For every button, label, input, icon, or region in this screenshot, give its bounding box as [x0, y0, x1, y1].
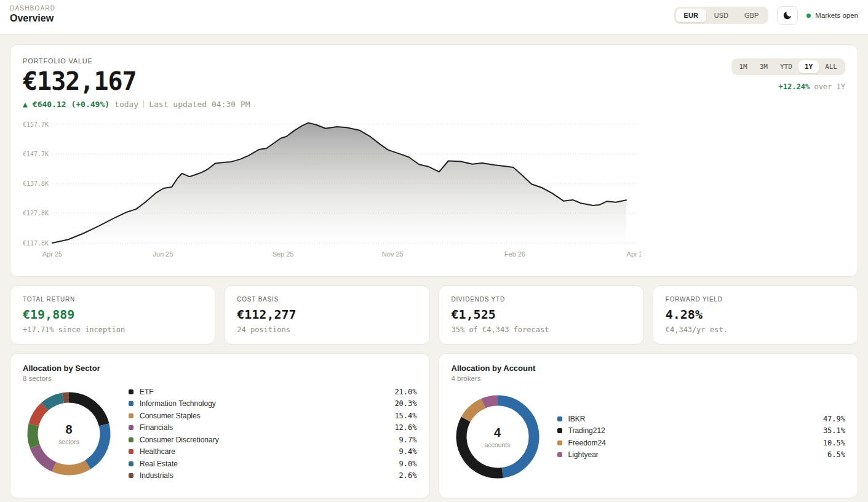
portfolio-value-label: PORTFOLIO VALUE [23, 57, 845, 65]
range-option-ytd[interactable]: YTD [774, 60, 798, 73]
header-controls: EURUSDGBP Markets open [674, 6, 858, 25]
x-axis-tick-label: Apr 25 [42, 250, 62, 258]
legend-value: 35.1% [823, 426, 845, 435]
account-donut-chart[interactable]: 4 accounts [452, 391, 544, 483]
stat-subtext: +17.71% since inception [23, 325, 202, 334]
legend-label: Trading212 [568, 426, 823, 435]
sector-donut-svg[interactable] [23, 388, 115, 480]
header-title-block: DASHBOARD Overview [10, 5, 55, 24]
legend-value: 9.0% [399, 460, 417, 468]
legend-swatch-icon [129, 413, 133, 418]
sector-legend: ETF21.0%Information Technology20.3%Consu… [129, 386, 417, 482]
account-donut-svg[interactable] [452, 391, 544, 483]
legend-row: Lightyear6.5% [557, 449, 846, 461]
donut-segment[interactable] [69, 397, 104, 424]
portfolio-value-card: PORTFOLIO VALUE €132,167 ▲ €640.12 (+0.4… [10, 44, 858, 277]
divider [143, 100, 144, 108]
legend-swatch-icon [129, 437, 133, 442]
stat-subtext: 24 positions [237, 325, 416, 334]
legend-swatch-icon [557, 416, 562, 421]
legend-label: Industrials [140, 471, 399, 480]
legend-row: Financials12.6% [129, 422, 417, 434]
change-up-arrow-icon: ▲ [23, 100, 28, 109]
legend-label: Consumer Staples [140, 412, 394, 420]
donut-segment[interactable] [466, 404, 483, 420]
currency-option-eur[interactable]: EUR [676, 9, 706, 22]
legend-swatch-icon [129, 461, 133, 466]
portfolio-area-chart[interactable]: €157.7K€147.7K€137.8K€127.8K€117.8KApr 2… [23, 114, 845, 263]
account-card-body: 4 accounts IBKR47.9%Trading21235.1%Freed… [452, 391, 846, 483]
area-fill [52, 123, 626, 243]
donut-segment[interactable] [33, 424, 35, 446]
x-axis-tick-label: Nov 25 [382, 250, 404, 258]
currency-option-gbp[interactable]: GBP [736, 9, 766, 22]
stat-value: €1,525 [452, 307, 631, 322]
legend-value: 15.4% [394, 412, 416, 420]
legend-value: 20.3% [394, 399, 416, 408]
donut-segment[interactable] [498, 400, 534, 472]
x-axis-tick-label: Apr 26 [627, 250, 641, 258]
allocation-by-account-card: Allocation by Account 4 brokers 4 accoun… [439, 353, 859, 498]
currency-option-usd[interactable]: USD [706, 9, 736, 22]
sector-donut-chart[interactable]: 8 sectors [23, 388, 115, 480]
area-chart-svg[interactable]: €157.7K€147.7K€137.8K€127.8K€117.8KApr 2… [23, 114, 641, 260]
legend-swatch-icon [129, 425, 133, 430]
stat-card-total-return: TOTAL RETURN€19,889+17.71% since incepti… [10, 285, 215, 345]
range-option-3m[interactable]: 3M [754, 60, 774, 73]
legend-label: IBKR [568, 415, 823, 423]
legend-value: 2.6% [399, 471, 417, 480]
donut-segment[interactable] [35, 447, 54, 467]
theme-toggle-button[interactable] [777, 6, 798, 25]
portfolio-change-row: ▲ €640.12 (+0.49%) today Last updated 04… [23, 100, 845, 109]
legend-swatch-icon [129, 401, 133, 406]
sector-card-title: Allocation by Sector [23, 364, 417, 373]
stat-value: €112,277 [237, 307, 416, 322]
donut-segment[interactable] [63, 397, 69, 398]
performance-value: +12.24% [779, 82, 810, 91]
y-axis-tick-label: €137.8K [23, 180, 49, 187]
legend-row: IBKR47.9% [557, 413, 846, 425]
legend-row: Freedom2410.5% [557, 437, 846, 449]
stats-row: TOTAL RETURN€19,889+17.71% since incepti… [10, 285, 858, 345]
change-amount: €640.12 (+0.49%) [33, 100, 109, 109]
legend-row: Healthcare9.4% [129, 446, 417, 458]
legend-label: Lightyear [568, 450, 828, 459]
range-option-1m[interactable]: 1M [733, 60, 754, 73]
donut-segment[interactable] [34, 407, 45, 424]
stat-label: COST BASIS [237, 296, 416, 303]
legend-swatch-icon [129, 449, 133, 454]
legend-value: 10.5% [823, 439, 845, 447]
stat-label: DIVIDENDS YTD [452, 296, 631, 303]
legend-label: Freedom24 [568, 439, 823, 447]
sector-card-body: 8 sectors ETF21.0%Information Technology… [23, 386, 417, 482]
range-option-1y[interactable]: 1Y [798, 60, 819, 73]
legend-label: Consumer Discretionary [140, 436, 399, 444]
range-controls: 1M3MYTD1YALL +12.24% over 1Y [731, 58, 846, 91]
legend-label: Financials [140, 423, 394, 432]
stat-card-dividends-ytd: DIVIDENDS YTD€1,52535% of €4,343 forecas… [439, 285, 644, 345]
market-status-label: Markets open [815, 12, 858, 19]
stat-value: 4.28% [666, 307, 845, 322]
range-option-all[interactable]: ALL [819, 60, 843, 73]
stat-value: €19,889 [23, 307, 202, 322]
legend-swatch-icon [557, 428, 562, 433]
allocation-row: Allocation by Sector 8 sectors 8 sectors… [10, 353, 858, 498]
donut-segment[interactable] [88, 424, 105, 464]
legend-label: Information Technology [140, 399, 394, 408]
legend-row: Information Technology20.3% [129, 398, 417, 410]
page-title: Overview [10, 13, 55, 24]
main-content: PORTFOLIO VALUE €132,167 ▲ €640.12 (+0.4… [0, 34, 868, 502]
change-period: today [114, 100, 138, 109]
portfolio-value: €132,167 [23, 67, 845, 95]
donut-segment[interactable] [45, 398, 63, 407]
stat-card-cost-basis: COST BASIS€112,27724 positions [224, 285, 429, 345]
donut-segment[interactable] [461, 420, 503, 473]
y-axis-tick-label: €127.8K [23, 210, 49, 217]
donut-segment[interactable] [54, 464, 88, 470]
legend-swatch-icon [557, 452, 562, 457]
stat-label: TOTAL RETURN [23, 296, 202, 303]
donut-segment[interactable] [483, 400, 497, 404]
account-legend: IBKR47.9%Trading21235.1%Freedom2410.5%Li… [557, 413, 846, 461]
y-axis-tick-label: €117.8K [23, 240, 49, 247]
legend-value: 6.5% [827, 450, 845, 459]
